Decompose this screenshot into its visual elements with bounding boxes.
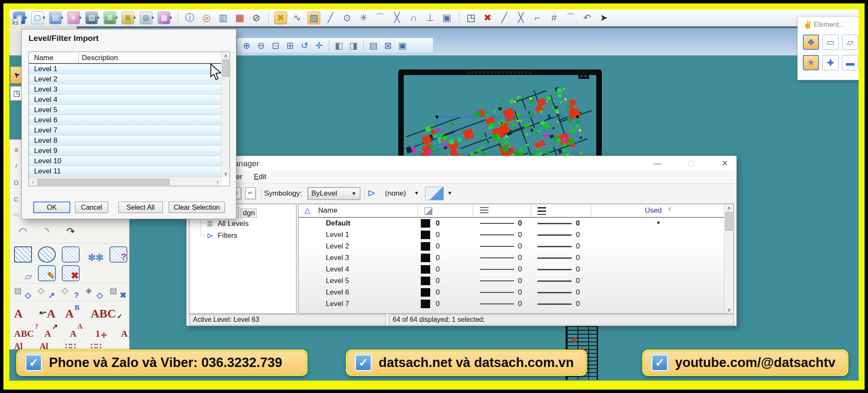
- dropdown-arrow-icon[interactable]: ▾: [97, 15, 100, 20]
- level-row[interactable]: Level 4: [29, 95, 221, 105]
- scroll-up-icon[interactable]: ∧: [725, 204, 733, 211]
- toolbar-tile-icon[interactable]: ≣: [103, 12, 116, 24]
- dropdown-arrow-icon[interactable]: ▾: [61, 15, 63, 20]
- text-tool-icon[interactable]: ↜ A: [40, 303, 59, 321]
- level-table-row[interactable]: Level 6 0 0 0: [299, 287, 725, 298]
- dropdown-arrow-icon[interactable]: ▾: [43, 15, 46, 20]
- dropdown-arrow-icon[interactable]: ▾: [25, 15, 27, 20]
- toolbar-tile-icon[interactable]: ≣: [121, 12, 134, 24]
- view-tool-icon[interactable]: ◧: [333, 40, 345, 52]
- level-weight-line[interactable]: [537, 292, 572, 293]
- name-column-header[interactable]: Name: [318, 206, 337, 215]
- level-table-row[interactable]: Default 0 0 0 ●: [299, 218, 725, 229]
- palette-mini-icon[interactable]: C: [14, 196, 19, 203]
- arc-tool-icon[interactable]: ◠: [14, 223, 32, 240]
- list-vertical-scrollbar[interactable]: ∧ ∨: [221, 52, 230, 177]
- pattern-tool-icon[interactable]: ?: [109, 246, 127, 263]
- edit-tool-icon[interactable]: ◳: [465, 12, 477, 24]
- level-style-value[interactable]: 0: [518, 242, 522, 251]
- pattern-tool-icon[interactable]: [62, 246, 80, 263]
- level-color-swatch[interactable]: [421, 219, 430, 228]
- level-manager-titlebar[interactable]: Level Manager — ▢ ✕: [187, 156, 736, 170]
- level-weight-line[interactable]: [537, 269, 572, 270]
- tag-tool-icon[interactable]: ▤ ◇: [14, 285, 32, 300]
- pattern-tool-icon[interactable]: ▱: [14, 265, 32, 281]
- level-style-line[interactable]: [480, 292, 514, 293]
- level-style-value[interactable]: 0: [518, 265, 522, 274]
- element-tool-button[interactable]: ✚: [822, 55, 839, 70]
- toolbar-tile-icon[interactable]: ◎: [140, 12, 152, 24]
- snap-icon[interactable]: ∿: [291, 12, 304, 24]
- tree-filters[interactable]: Filters: [218, 231, 237, 240]
- level-table-row[interactable]: Level 4 0 0 0: [299, 264, 725, 275]
- toolbar-tile-icon[interactable]: ●: [67, 12, 80, 24]
- arc-tool-icon[interactable]: ↷: [62, 223, 80, 240]
- close-button[interactable]: ✕: [716, 158, 734, 169]
- cancel-button[interactable]: Cancel: [75, 202, 108, 213]
- level-weight-line[interactable]: [537, 303, 572, 305]
- text-tool-icon[interactable]: ∷∷: [91, 341, 110, 350]
- level-row[interactable]: Level 3: [29, 84, 221, 95]
- minimize-button[interactable]: —: [649, 158, 667, 169]
- dropdown-arrow-icon[interactable]: ▾: [133, 15, 136, 20]
- level-style-line[interactable]: [480, 223, 514, 224]
- pattern-tool-icon[interactable]: ✎: [38, 265, 56, 281]
- level-weight-line[interactable]: [537, 223, 572, 224]
- text-tool-icon[interactable]: Al: [14, 341, 34, 350]
- level-weight-value[interactable]: 0: [576, 265, 580, 274]
- level-row[interactable]: Level 10: [29, 156, 221, 166]
- text-tool-icon[interactable]: ∷∷: [65, 341, 85, 350]
- ok-button[interactable]: OK: [33, 202, 70, 213]
- level-table-row[interactable]: Level 1 0 0 0: [299, 229, 725, 241]
- toolbar-icon[interactable]: ▦: [233, 12, 246, 24]
- edit-tool-icon[interactable]: ↶: [581, 12, 594, 24]
- toolbar-tile-icon[interactable]: ▧: [85, 12, 98, 24]
- level-row[interactable]: Level 9: [29, 146, 221, 156]
- palette-mini-icon[interactable]: /: [15, 162, 17, 170]
- filter-funnel-icon[interactable]: ⊳: [367, 187, 376, 199]
- display-override-button[interactable]: [425, 187, 444, 200]
- level-color-value[interactable]: 0: [436, 242, 440, 251]
- level-style-line[interactable]: [480, 246, 514, 247]
- pattern-toggle-icon[interactable]: ✖: [274, 12, 287, 24]
- level-table-row[interactable]: Level 7 0 0 0: [299, 298, 725, 310]
- element-tool-button[interactable]: ✳: [803, 55, 819, 70]
- table-scrollbar[interactable]: ∧ ∨: [724, 204, 733, 313]
- import-list-header[interactable]: Name Description: [29, 52, 221, 64]
- level-row[interactable]: Level 6: [29, 115, 221, 125]
- scroll-thumb[interactable]: [725, 212, 733, 231]
- level-weight-value[interactable]: 0: [576, 242, 580, 251]
- tag-tool-icon[interactable]: ◇ ↗: [38, 285, 56, 300]
- text-tool-icon[interactable]: 1 ✛: [95, 322, 115, 339]
- toolbar-tile-icon[interactable]: ▢: [31, 12, 44, 24]
- edit-tool-icon[interactable]: ⌐: [531, 12, 544, 24]
- level-color-swatch[interactable]: [421, 231, 430, 239]
- used-column-header[interactable]: Used: [645, 206, 662, 215]
- snap-icon[interactable]: ▨: [308, 12, 320, 24]
- text-tool-icon[interactable]: C C: [129, 303, 129, 321]
- snap-icon[interactable]: ∩: [407, 12, 420, 24]
- symbology-select[interactable]: ByLevel ▼: [308, 187, 360, 200]
- edit-tool-icon[interactable]: ⌒: [564, 12, 577, 24]
- tag-tool-icon[interactable]: ◈ ◇: [86, 285, 103, 300]
- tree-root-dgn[interactable]: dgn: [241, 208, 257, 218]
- level-color-value[interactable]: 0: [436, 254, 440, 262]
- clear-selection-button[interactable]: Clear Selection: [169, 202, 225, 213]
- color-column-icon[interactable]: [425, 207, 432, 215]
- view-tool-icon[interactable]: ▣: [397, 40, 408, 52]
- toolbar-tile-icon[interactable]: ▤: [49, 12, 62, 24]
- scroll-down-icon[interactable]: ∨: [725, 306, 733, 313]
- level-weight-value[interactable]: 0: [576, 277, 580, 285]
- view-tool-icon[interactable]: ▤: [368, 40, 379, 52]
- toolbar-tile-icon[interactable]: ▦: [158, 12, 170, 24]
- view-tool-icon[interactable]: ⊕: [241, 40, 253, 52]
- weight-column-icon[interactable]: [537, 207, 546, 215]
- view-tool-icon[interactable]: ⊞: [284, 40, 296, 52]
- scroll-thumb[interactable]: [222, 60, 229, 77]
- view-tool-icon[interactable]: ↺: [299, 40, 310, 52]
- snap-icon[interactable]: ▣: [440, 12, 453, 24]
- snap-icon[interactable]: ╱: [324, 12, 337, 24]
- pattern-tool-icon[interactable]: ✻✻: [86, 246, 103, 263]
- level-style-value[interactable]: 0: [518, 300, 522, 308]
- level-row[interactable]: Level 8: [29, 136, 221, 146]
